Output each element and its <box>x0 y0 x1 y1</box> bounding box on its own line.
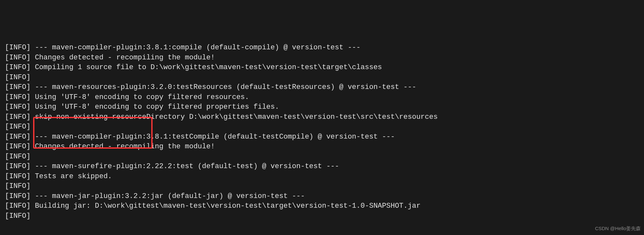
log-line: [INFO] <box>5 122 639 132</box>
log-line: [INFO] --- maven-surefire-plugin:2.22.2:… <box>5 162 639 172</box>
log-line: [INFO] Changes detected - recompiling th… <box>5 142 639 152</box>
log-line: [INFO] Changes detected - recompiling th… <box>5 53 639 63</box>
terminal-output[interactable]: [INFO] --- maven-compiler-plugin:3.8.1:c… <box>5 43 639 221</box>
log-line: [INFO] Building jar: D:\work\gittest\mav… <box>5 201 639 211</box>
log-line: [INFO] skip non existing resourceDirecto… <box>5 112 639 122</box>
log-line: [INFO] --- maven-compiler-plugin:3.8.1:c… <box>5 43 639 53</box>
log-line: [INFO] <box>5 152 639 162</box>
log-line: [INFO] --- maven-compiler-plugin:3.8.1:t… <box>5 132 639 142</box>
log-line: [INFO] --- maven-resources-plugin:3.2.0:… <box>5 82 639 93</box>
watermark-text: CSDN @Hello姜先森 <box>595 224 641 234</box>
log-line: [INFO] Using 'UTF-8' encoding to copy fi… <box>5 93 639 103</box>
log-line: [INFO] Compiling 1 source file to D:\wor… <box>5 63 639 73</box>
log-line: [INFO] <box>5 73 639 83</box>
log-line: [INFO] <box>5 211 639 221</box>
log-line: [INFO] Tests are skipped. <box>5 172 639 182</box>
log-line: [INFO] <box>5 181 639 192</box>
log-line: [INFO] Using 'UTF-8' encoding to copy fi… <box>5 102 639 112</box>
log-line: [INFO] --- maven-jar-plugin:3.2.2:jar (d… <box>5 192 639 202</box>
